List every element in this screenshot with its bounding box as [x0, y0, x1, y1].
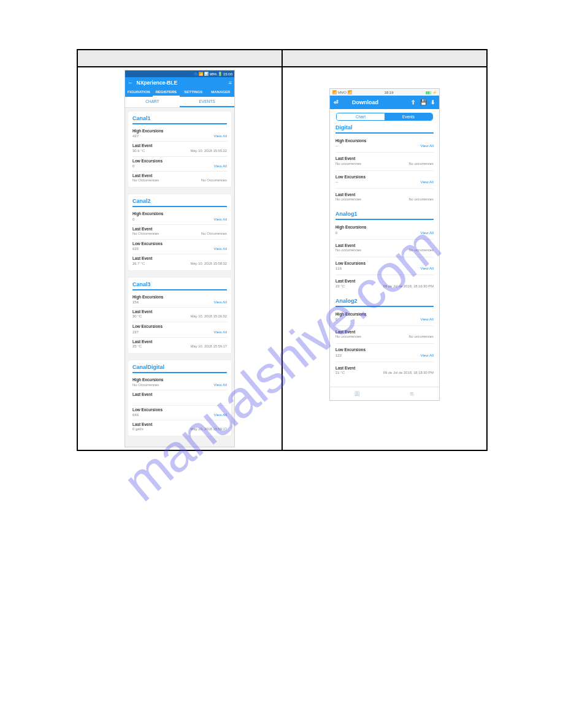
last-event-section: Last Event21 °C09 de Jul de 2018, 18:18:…	[335, 362, 434, 379]
view-all-link[interactable]: View All	[420, 180, 434, 184]
section-value: 437	[132, 134, 139, 138]
channel-title: CanalDigital	[132, 364, 227, 373]
channel-card: DigitalHigh Excursions--View AllLast Eve…	[335, 124, 434, 206]
event-right: No occurrences	[408, 335, 434, 338]
event-right: 09 de Jul de 2018, 18:16:30 PM	[383, 284, 434, 288]
share-icon[interactable]: ⇧	[410, 99, 417, 106]
seg-events[interactable]: Events	[385, 113, 432, 120]
section-value: 649	[132, 413, 139, 417]
tab-settings[interactable]: SETTINGS	[180, 88, 207, 97]
excursion-section: Low Excursions116View All	[335, 257, 434, 275]
seg-chart[interactable]: Chart	[337, 113, 385, 120]
view-all-link[interactable]: View All	[213, 300, 227, 304]
channel-card: Canal3High Excursions156View AllLast Eve…	[128, 278, 231, 353]
section-label: Last Event	[335, 330, 434, 335]
event-right: No occurrences	[408, 248, 434, 252]
excursion-section: Low Excursions122View All	[335, 344, 434, 362]
section-label: Low Excursions	[132, 324, 227, 329]
section-label: Last Event	[335, 156, 434, 161]
seg-wrap: Chart Events	[330, 109, 439, 124]
last-event-section: Last EventNo occurrencesNo occurrences	[335, 240, 434, 257]
section-label: Last Event	[132, 256, 227, 261]
event-value: 25 °C	[132, 344, 142, 348]
view-all-link[interactable]: View All	[213, 246, 227, 251]
event-timestamp: May 10, 2018 15:59:17	[191, 344, 227, 348]
excursion-section: Low Excursions635View All	[132, 240, 227, 254]
section-label: Last Event	[132, 392, 227, 397]
last-event-section: Last EventNo occurrencesNo occurrences	[335, 153, 434, 170]
section-value: 0	[335, 317, 337, 321]
event-value: No Occurrences	[132, 178, 159, 182]
view-all-link[interactable]: View All	[213, 217, 227, 221]
back-arrow-icon[interactable]: ←	[128, 80, 133, 86]
excursion-section: Low Excursions237View All	[132, 322, 227, 337]
back-icon[interactable]: ⏎	[332, 99, 340, 106]
view-all-link[interactable]: View All	[213, 412, 227, 417]
section-label: Last Event	[335, 366, 434, 371]
section-label: Last Event	[335, 192, 434, 197]
battery-text: ▮▮▯ ⚡	[426, 90, 437, 94]
ios-body: DigitalHigh Excursions--View AllLast Eve…	[330, 124, 439, 387]
subtab-events[interactable]: EVENTS	[180, 97, 234, 107]
view-all-link[interactable]: View All	[213, 164, 227, 168]
event-value: No occurrences	[335, 335, 361, 338]
section-label: Low Excursions	[335, 175, 434, 180]
channel-card: CanalDigitalHigh ExcursionsNo Occurrence…	[128, 360, 231, 436]
excursion-section: High Excursions--View All	[335, 135, 434, 153]
tab-registers[interactable]: REGISTERS	[153, 88, 180, 97]
tab-data-icon[interactable]: ☰⃝	[330, 387, 385, 400]
excursion-section: High Excursions0View All	[335, 221, 434, 239]
excursion-section: Low Excursions--View All	[335, 171, 434, 189]
last-event-section: Last Event26.7 °CMay 10, 2018 15:58:32	[132, 254, 227, 268]
event-right: 09 de Jul de 2018, 18:18:30 PM	[383, 371, 434, 374]
view-all-link[interactable]: View All	[213, 382, 227, 387]
section-label: Low Excursions	[132, 159, 227, 164]
section-label: High Excursions	[132, 295, 227, 300]
tab-manager[interactable]: MANAGER	[207, 88, 235, 97]
section-value: --	[335, 144, 338, 148]
section-value: 237	[132, 330, 139, 334]
view-all-link[interactable]: View All	[213, 330, 227, 334]
tab-figuration[interactable]: FIGURATION	[125, 88, 153, 97]
view-all-link[interactable]: View All	[420, 266, 434, 270]
section-value: 0	[132, 164, 134, 168]
download-icon[interactable]: ⬇	[429, 99, 437, 106]
android-nav-tabs: FIGURATION REGISTERS SETTINGS MANAGER	[125, 88, 234, 97]
subtab-chart[interactable]: CHART	[125, 97, 180, 107]
section-label: Last Event	[132, 422, 227, 427]
section-value: 116	[335, 267, 342, 270]
segmented-control: Chart Events	[336, 113, 433, 121]
section-label: Low Excursions	[132, 241, 227, 246]
event-value: 30 °C	[132, 314, 142, 318]
section-label: Last Event	[132, 339, 227, 344]
channel-card: Analog1High Excursions0View AllLast Even…	[335, 211, 434, 292]
event-value: No Occurrences	[132, 232, 159, 235]
channel-card: Canal1High Excursions437View AllLast Eve…	[128, 112, 231, 187]
ios-phone: 📶 VIVO 📶 18:19 ▮▮▯ ⚡ ⏎ Download ⇧ 💾 ⬇ Ch…	[329, 88, 440, 401]
channel-card: Canal2High Excursions0View AllLast Event…	[128, 194, 231, 270]
menu-icon[interactable]: ≡	[229, 80, 232, 86]
last-event-section: Last EventNo occurrencesNo occurrences	[335, 189, 434, 206]
channel-title: Analog1	[335, 211, 434, 220]
event-value: No occurrences	[335, 248, 361, 252]
tab-list-icon[interactable]: ≡	[385, 387, 439, 400]
view-all-link[interactable]: View All	[420, 353, 434, 357]
section-value: No Occurrences	[132, 383, 159, 387]
event-timestamp: No Occurrences	[201, 178, 227, 182]
view-all-link[interactable]: View All	[213, 134, 227, 138]
excursion-section: High Excursions156View All	[132, 293, 227, 308]
view-all-link[interactable]: View All	[420, 143, 434, 148]
android-titlebar: ← NXperience-BLE ≡	[125, 77, 234, 88]
section-label: High Excursions	[335, 225, 434, 230]
section-label: Last Event	[132, 227, 227, 232]
event-right: No occurrences	[408, 162, 434, 165]
event-timestamp: May 10, 2018 15:59:17	[191, 427, 227, 431]
view-all-link[interactable]: View All	[420, 317, 434, 321]
view-all-link[interactable]: View All	[420, 230, 434, 235]
save-icon[interactable]: 💾	[419, 99, 427, 106]
channel-title: Canal2	[132, 198, 227, 207]
excursion-section: Low Excursions0View All	[132, 157, 227, 172]
last-event-section: Last Event30 °CMay 10, 2018 15:26:32	[132, 308, 227, 322]
event-timestamp: May 10, 2018 15:58:32	[191, 262, 227, 265]
event-right: No occurrences	[408, 197, 434, 201]
